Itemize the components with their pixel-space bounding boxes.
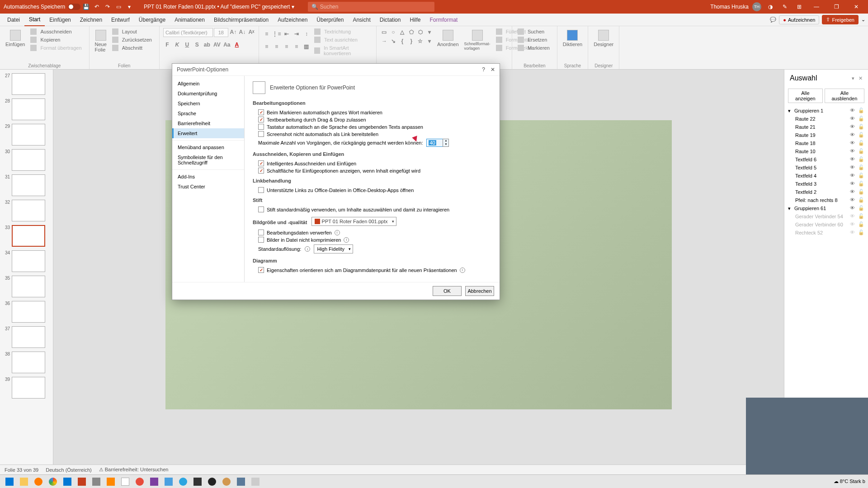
outlook-icon[interactable] [61, 476, 74, 488]
copy-button[interactable]: Kopieren [28, 36, 85, 43]
smartart-button[interactable]: In SmartArt konvertieren [312, 44, 373, 57]
tab-animationen[interactable]: Animationen [170, 14, 209, 26]
text-align-button[interactable]: Text ausrichten [312, 36, 373, 43]
selection-item[interactable]: Gerader Verbinder 60👁🔓 [784, 221, 868, 229]
selection-item[interactable]: Rechteck 52👁🔓 [784, 229, 868, 237]
thumbnail-32[interactable]: 32 [0, 198, 53, 223]
doc-dropdown[interactable]: ▾ [292, 4, 294, 10]
app-icon[interactable] [234, 476, 248, 488]
selection-item[interactable]: Raute 18👁🔓 [784, 139, 868, 147]
onenote-icon[interactable] [147, 476, 161, 488]
tray1-icon[interactable]: ◑ [766, 2, 775, 11]
numbering-icon[interactable]: ⋮≡ [273, 30, 281, 38]
section-button[interactable]: Abschnitt [110, 44, 156, 52]
selection-item[interactable]: Raute 10👁🔓 [784, 147, 868, 155]
find-button[interactable]: Suchen [516, 28, 553, 35]
thumbnail-28[interactable]: 28 [0, 97, 53, 122]
category-trust-center[interactable]: Trust Center [172, 182, 244, 192]
image-scope-combo[interactable]: PPT 01 Roter Faden 001.pptx [311, 217, 396, 226]
font-color-icon[interactable]: A [233, 41, 241, 49]
spacing-icon[interactable]: AV [213, 41, 221, 49]
bold-icon[interactable]: F [163, 41, 171, 49]
undo-count-input[interactable]: 40 ▲▼ [426, 139, 449, 147]
thumbnail-36[interactable]: 36 [0, 299, 53, 324]
chrome-icon[interactable] [46, 476, 60, 488]
underline-icon[interactable]: U [183, 41, 191, 49]
align-center-icon[interactable]: ≡ [273, 42, 281, 51]
ok-button[interactable]: OK [433, 286, 462, 296]
shrink-font-icon[interactable]: A↓ [238, 28, 246, 36]
redo-icon[interactable]: ↷ [103, 2, 112, 11]
user-name[interactable]: Thomas Hruska [710, 4, 749, 10]
selection-item[interactable]: Textfeld 4👁🔓 [784, 172, 868, 180]
checkbox-no-compress[interactable] [258, 237, 264, 243]
search-box[interactable]: 🔍 Suchen [308, 2, 434, 12]
thumbnail-31[interactable]: 31 [0, 173, 53, 198]
thumbnail-33[interactable]: 33 [0, 223, 53, 249]
shape-icon[interactable]: ▭ [380, 28, 388, 36]
autosave-toggle[interactable] [68, 4, 80, 10]
tab-ansicht[interactable]: Ansicht [348, 14, 375, 26]
designer-button[interactable]: Designer [592, 28, 615, 49]
checkbox-keyboard-lang[interactable] [258, 124, 264, 130]
obs-icon[interactable] [205, 476, 219, 488]
category-sprache[interactable]: Sprache [172, 108, 244, 118]
app-icon[interactable] [249, 476, 262, 488]
hide-all-button[interactable]: Alle ausblenden [825, 89, 864, 103]
checkbox-paste-options[interactable] [258, 168, 264, 174]
cut-button[interactable]: Ausschneiden [28, 28, 85, 35]
category-symbolleiste-für-den-schnellzugriff[interactable]: Symbolleiste für den Schnellzugriff [172, 152, 244, 168]
info-icon[interactable]: i [344, 237, 349, 243]
selection-item[interactable]: Textfeld 2👁🔓 [784, 188, 868, 196]
tab-einfuegen[interactable]: Einfügen [45, 14, 75, 26]
selection-item[interactable]: Pfeil: nach rechts 8👁🔓 [784, 196, 868, 204]
category-speichern[interactable]: Speichern [172, 99, 244, 108]
selection-pane-chevron-icon[interactable]: ▾ ✕ [852, 75, 863, 81]
clear-fmt-icon[interactable]: Aᵡ [247, 28, 255, 36]
bullets-icon[interactable]: ≡ [263, 30, 271, 38]
indent-inc-icon[interactable]: ⇥ [292, 30, 301, 38]
font-name-input[interactable] [163, 28, 213, 37]
selection-item[interactable]: ▾Gruppieren 1👁🔓 [784, 107, 868, 115]
save-icon[interactable]: 💾 [81, 2, 90, 11]
thumbnail-35[interactable]: 35 [0, 274, 53, 299]
align-left-icon[interactable]: ≡ [263, 42, 271, 51]
new-slide-button[interactable]: Neue Folie [93, 28, 108, 54]
tab-start[interactable]: Start [24, 14, 45, 26]
selection-item[interactable]: Textfeld 6👁🔓 [784, 155, 868, 164]
app-icon[interactable] [118, 476, 132, 488]
columns-icon[interactable]: ▥ [302, 42, 311, 51]
selection-item[interactable]: ▾Gruppieren 61👁🔓 [784, 204, 868, 212]
format-painter-button[interactable]: Format übertragen [28, 44, 85, 52]
category-erweitert[interactable]: Erweitert [172, 128, 244, 138]
tab-hilfe[interactable]: Hilfe [405, 14, 425, 26]
thumbnail-34[interactable]: 34 [0, 249, 53, 274]
justify-icon[interactable]: ≡ [292, 42, 301, 51]
reset-button[interactable]: Zurücksetzen [110, 36, 156, 43]
font-size-input[interactable] [214, 28, 228, 37]
dialog-help-icon[interactable]: ? [482, 66, 485, 73]
checkbox-office-links[interactable] [258, 187, 264, 193]
app-icon[interactable] [191, 476, 204, 488]
app-icon[interactable] [133, 476, 146, 488]
tab-entwurf[interactable]: Entwurf [107, 14, 134, 26]
info-icon[interactable]: i [460, 267, 465, 273]
category-allgemein[interactable]: Allgemein [172, 79, 244, 89]
tab-uebergaenge[interactable]: Übergänge [134, 14, 170, 26]
present-icon[interactable]: ▭ [114, 2, 123, 11]
app-icon[interactable] [162, 476, 175, 488]
slide-counter[interactable]: Folie 33 von 39 [5, 467, 38, 473]
checkbox-screenshot-link[interactable] [258, 131, 264, 137]
record-button[interactable]: ●Aufzeichnen [779, 15, 819, 24]
arrange-button[interactable]: Anordnen [435, 28, 461, 49]
options-panel[interactable]: Erweiterte Optionen für PowerPoint Bearb… [245, 76, 500, 282]
weather-widget[interactable]: ☁ 8°C Stark b [834, 479, 865, 484]
start-button[interactable] [3, 476, 16, 488]
tab-zeichnen[interactable]: Zeichnen [75, 14, 107, 26]
a11y-status[interactable]: ⚠ Barrierefreiheit: Untersuchen [99, 467, 169, 473]
thumbnail-27[interactable]: 27 [0, 71, 53, 97]
category-dokumentprüfung[interactable]: Dokumentprüfung [172, 89, 244, 99]
resolution-combo[interactable]: High Fidelity [314, 244, 353, 253]
checkbox-chart-props[interactable] [258, 267, 264, 273]
tab-aufzeichnen[interactable]: Aufzeichnen [273, 14, 312, 26]
